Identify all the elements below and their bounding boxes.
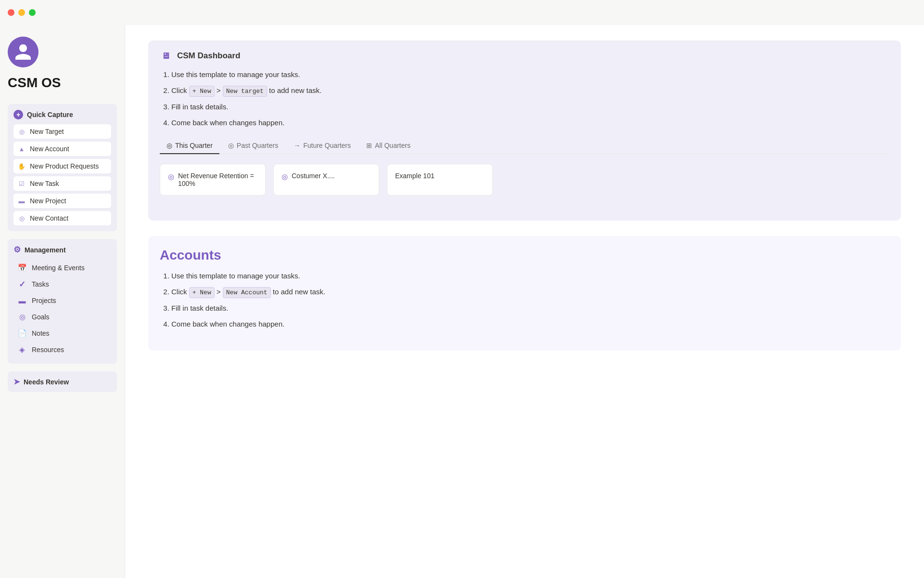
- tab-this-quarter[interactable]: ◎ This Quarter: [160, 138, 219, 154]
- checkmark-icon: ✓: [17, 279, 27, 289]
- quick-capture-label: Quick Capture: [27, 111, 73, 118]
- dashboard-instructions: Use this template to manage your tasks. …: [160, 69, 889, 128]
- main-content: 🖥 CSM Dashboard Use this template to man…: [125, 25, 924, 578]
- project-icon: ▬: [17, 197, 26, 205]
- tab-future-quarters[interactable]: → Future Quarters: [287, 138, 358, 154]
- maximize-dot[interactable]: [29, 9, 36, 16]
- accounts-instructions: Use this template to manage your tasks. …: [160, 271, 889, 329]
- projects-icon: ▬: [17, 296, 27, 305]
- quick-capture-section: + Quick Capture ◎ New Target ▲ New Accou…: [8, 104, 117, 231]
- target-card-icon-1: ◎: [282, 172, 288, 181]
- target-icon: ◎: [17, 127, 26, 136]
- target-card-icon-0: ◎: [168, 172, 174, 181]
- accounts-instruction-4: Come back when changes happen.: [171, 319, 889, 330]
- minimize-dot[interactable]: [18, 9, 25, 16]
- notes-label: Notes: [32, 329, 50, 337]
- quick-capture-icon: +: [13, 110, 23, 119]
- accounts-click-new-badge: + New: [189, 287, 215, 299]
- accounts-instruction-1: Use this template to manage your tasks.: [171, 271, 889, 282]
- product-requests-icon: ✋: [17, 162, 26, 171]
- app-title: CSM OS: [8, 75, 117, 91]
- sidebar-item-meetings[interactable]: 📅 Meeting & Events: [13, 260, 111, 276]
- target-card-title-1: ◎ Costumer X....: [282, 172, 371, 181]
- sidebar-item-resources[interactable]: ◈ Resources: [13, 342, 111, 358]
- instruction-2: Click + New > New target to add new task…: [171, 85, 889, 97]
- calendar-icon: 📅: [17, 263, 27, 273]
- new-target-badge: New target: [223, 86, 267, 97]
- contact-icon: ◎: [17, 214, 26, 223]
- needs-review-header: ➤ Needs Review: [13, 377, 111, 386]
- past-tab-icon: ◎: [228, 142, 234, 149]
- account-icon: ▲: [17, 144, 26, 153]
- task-icon: ☑: [17, 179, 26, 188]
- quick-item-new-account[interactable]: ▲ New Account: [13, 142, 111, 156]
- app-container: CSM OS + Quick Capture ◎ New Target ▲ Ne…: [0, 25, 924, 578]
- titlebar: [0, 0, 924, 25]
- resources-label: Resources: [32, 346, 64, 354]
- target-card-title-2: Example 101: [395, 172, 485, 180]
- click-new-badge: + New: [189, 86, 215, 97]
- quick-capture-header: + Quick Capture: [13, 110, 111, 119]
- tabs-bar: ◎ This Quarter ◎ Past Quarters → Future …: [160, 138, 889, 154]
- projects-label: Projects: [32, 297, 56, 304]
- dashboard-title: CSM Dashboard: [177, 51, 240, 61]
- instruction-1: Use this template to manage your tasks.: [171, 69, 889, 80]
- new-account-badge: New Account: [223, 287, 271, 299]
- accounts-instruction-3: Fill in task details.: [171, 303, 889, 314]
- new-project-label: New Project: [30, 197, 66, 205]
- accounts-instruction-2: Click + New > New Account to add new tas…: [171, 287, 889, 299]
- sidebar-item-tasks[interactable]: ✓ Tasks: [13, 276, 111, 292]
- dashboard-card-header: 🖥 CSM Dashboard: [160, 50, 889, 62]
- new-target-label: New Target: [30, 128, 64, 135]
- accounts-section: Accounts Use this template to manage you…: [148, 236, 901, 351]
- sidebar-item-notes[interactable]: 📄 Notes: [13, 325, 111, 342]
- quick-item-new-target[interactable]: ◎ New Target: [13, 124, 111, 139]
- resources-icon: ◈: [17, 345, 27, 355]
- user-icon: [13, 42, 33, 62]
- management-label: Management: [25, 246, 66, 254]
- tab-past-quarters[interactable]: ◎ Past Quarters: [221, 138, 285, 154]
- new-account-label: New Account: [30, 145, 69, 153]
- management-gear-icon: ⚙: [13, 245, 21, 255]
- quick-item-new-contact[interactable]: ◎ New Contact: [13, 211, 111, 225]
- close-dot[interactable]: [8, 9, 14, 16]
- target-card-1[interactable]: ◎ Costumer X....: [273, 164, 379, 196]
- sidebar-item-goals[interactable]: ◎ Goals: [13, 309, 111, 325]
- quick-item-new-project[interactable]: ▬ New Project: [13, 194, 111, 208]
- goals-icon: ◎: [17, 312, 27, 322]
- instruction-4: Come back when changes happen.: [171, 118, 889, 129]
- tasks-label: Tasks: [32, 280, 49, 288]
- target-card-0[interactable]: ◎ Net Revenue Retention = 100%: [160, 164, 266, 196]
- goals-label: Goals: [32, 313, 50, 321]
- sidebar: CSM OS + Quick Capture ◎ New Target ▲ Ne…: [0, 25, 125, 578]
- instruction-3: Fill in task details.: [171, 102, 889, 113]
- management-section: ⚙ Management 📅 Meeting & Events ✓ Tasks …: [8, 239, 117, 364]
- new-contact-label: New Contact: [30, 214, 68, 222]
- sidebar-item-projects[interactable]: ▬ Projects: [13, 292, 111, 309]
- targets-grid: ◎ Net Revenue Retention = 100% ◎ Costume…: [160, 164, 889, 196]
- new-task-label: New Task: [30, 180, 59, 187]
- management-header: ⚙ Management: [13, 245, 111, 255]
- avatar: [8, 37, 38, 67]
- monitor-icon: 🖥: [160, 50, 171, 62]
- accounts-title: Accounts: [160, 248, 889, 263]
- meetings-label: Meeting & Events: [32, 264, 85, 272]
- new-product-requests-label: New Product Requests: [30, 162, 99, 170]
- notes-icon: 📄: [17, 328, 27, 338]
- target-card-2[interactable]: Example 101: [387, 164, 493, 196]
- target-card-title-0: ◎ Net Revenue Retention = 100%: [168, 172, 257, 187]
- future-tab-icon: →: [294, 142, 300, 149]
- tab-all-quarters[interactable]: ⊞ All Quarters: [359, 138, 417, 154]
- needs-review-section[interactable]: ➤ Needs Review: [8, 371, 117, 392]
- csm-dashboard-card: 🖥 CSM Dashboard Use this template to man…: [148, 40, 901, 221]
- needs-review-label: Needs Review: [24, 378, 69, 386]
- all-tab-icon: ⊞: [366, 142, 372, 149]
- quick-item-new-task[interactable]: ☑ New Task: [13, 176, 111, 191]
- send-icon: ➤: [13, 377, 20, 386]
- quick-item-new-product-requests[interactable]: ✋ New Product Requests: [13, 159, 111, 173]
- target-tab-icon: ◎: [167, 142, 172, 149]
